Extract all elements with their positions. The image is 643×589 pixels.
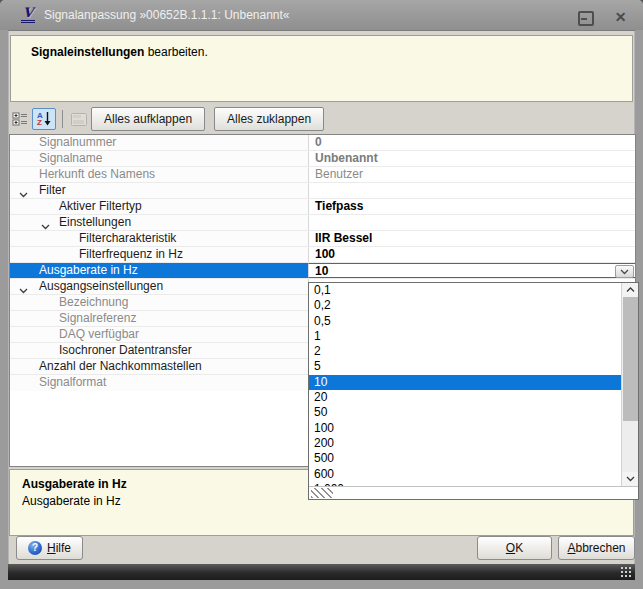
categorized-view-button[interactable] bbox=[10, 109, 30, 129]
property-value: Benutzer bbox=[308, 167, 635, 182]
help-icon: ? bbox=[28, 541, 42, 555]
property-label: Signalname bbox=[39, 151, 102, 166]
chevron-up-icon bbox=[626, 287, 635, 293]
app-logo-icon: V bbox=[20, 7, 36, 24]
expand-all-button[interactable]: Alles aufklappen bbox=[91, 107, 205, 131]
category-label: Filter bbox=[39, 183, 66, 198]
collapse-all-button[interactable]: Alles zuklappen bbox=[214, 107, 324, 131]
property-value bbox=[308, 183, 635, 198]
property-pages-icon bbox=[71, 113, 87, 126]
dropdown-item[interactable]: 20 bbox=[309, 390, 638, 405]
property-label: Ausgaberate in Hz bbox=[39, 263, 138, 278]
toolbar-separator bbox=[62, 110, 63, 128]
sort-alphabetical-button[interactable]: AZ bbox=[32, 108, 56, 130]
property-value bbox=[308, 215, 635, 230]
property-label: Signalreferenz bbox=[59, 311, 136, 326]
property-value: 100 bbox=[308, 247, 635, 262]
property-label: Filterfrequenz in Hz bbox=[79, 247, 183, 262]
titlebar[interactable]: V Signalanpassung »00652B.1.1.1: Unbenan… bbox=[0, 0, 643, 30]
dropdown-item[interactable]: 200 bbox=[309, 436, 638, 451]
dialog-client-area: Signaleinstellungen bearbeiten. AZ bbox=[8, 30, 635, 564]
row-filterfrequenz[interactable]: Filterfrequenz in Hz 100 bbox=[10, 247, 635, 263]
row-herkunft[interactable]: Herkunft des Namens Benutzer bbox=[10, 167, 635, 183]
property-toolbar: AZ Alles aufklappen Alles zuklappen bbox=[10, 107, 633, 131]
row-filter-group[interactable]: Filter bbox=[10, 183, 635, 199]
property-value: 0 bbox=[308, 135, 635, 150]
row-aktiver-filtertyp[interactable]: Aktiver Filtertyp Tiefpass bbox=[10, 199, 635, 215]
property-value: Tiefpass bbox=[308, 199, 635, 214]
property-label: Bezeichnung bbox=[59, 295, 128, 310]
dropdown-item[interactable]: 500 bbox=[309, 451, 638, 466]
close-button[interactable]: ✕ bbox=[612, 10, 629, 25]
category-label: Ausgangseinstellungen bbox=[39, 279, 163, 294]
category-label: Einstellungen bbox=[59, 215, 131, 230]
dropdown-item[interactable]: 0,2 bbox=[309, 298, 638, 313]
dropdown-item[interactable]: 0,1 bbox=[309, 283, 638, 298]
dropdown-items: 0,1 0,2 0,5 1 2 5 10 20 50 100 200 500 6… bbox=[309, 283, 638, 486]
row-filtercharakteristik[interactable]: Filtercharakteristik IIR Bessel bbox=[10, 231, 635, 247]
row-einstellungen-group[interactable]: Einstellungen bbox=[10, 215, 635, 231]
property-value: Unbenannt bbox=[308, 151, 635, 166]
dropdown-item[interactable]: 2 bbox=[309, 344, 638, 359]
dropdown-item[interactable]: 600 bbox=[309, 467, 638, 482]
row-signalname[interactable]: Signalname Unbenannt bbox=[10, 151, 635, 167]
chevron-down-icon bbox=[620, 269, 629, 275]
property-label: DAQ verfügbar bbox=[59, 327, 139, 342]
sort-az-icon: AZ bbox=[37, 112, 51, 126]
statusbar bbox=[8, 564, 635, 580]
scroll-up-button[interactable] bbox=[622, 283, 638, 297]
value-dropdown-button[interactable] bbox=[615, 265, 634, 278]
ok-button[interactable]: OK bbox=[477, 536, 552, 560]
property-label: Isochroner Datentransfer bbox=[59, 343, 192, 358]
dropdown-scrollbar[interactable] bbox=[621, 283, 638, 486]
expand-all-label: Alles aufklappen bbox=[104, 112, 192, 126]
dropdown-resize-strip bbox=[309, 486, 638, 499]
info-header-rest: bearbeiten. bbox=[144, 45, 207, 59]
dropdown-item-selected[interactable]: 10 bbox=[309, 375, 638, 390]
dropdown-item[interactable]: 5 bbox=[309, 359, 638, 374]
rate-dropdown-list: 0,1 0,2 0,5 1 2 5 10 20 50 100 200 500 6… bbox=[308, 282, 639, 500]
window-title: Signalanpassung »00652B.1.1.1: Unbenannt… bbox=[44, 8, 290, 22]
window-resize-grip-icon[interactable] bbox=[620, 566, 632, 578]
property-value: IIR Bessel bbox=[308, 231, 635, 246]
property-label: Aktiver Filtertyp bbox=[59, 199, 142, 214]
info-header-keyword: Signaleinstellungen bbox=[31, 45, 144, 59]
scroll-down-button[interactable] bbox=[622, 472, 638, 486]
property-label: Signalnummer bbox=[39, 135, 116, 150]
property-value: 10 bbox=[315, 264, 328, 278]
row-ausgaberate[interactable]: Ausgaberate in Hz 10 bbox=[10, 263, 635, 279]
property-label: Anzahl der Nachkommastellen bbox=[39, 359, 202, 374]
scrollbar-thumb[interactable] bbox=[623, 297, 638, 421]
close-icon: ✕ bbox=[615, 9, 627, 25]
dropdown-item[interactable]: 100 bbox=[309, 421, 638, 436]
property-pages-button bbox=[69, 109, 89, 129]
row-signalnummer[interactable]: Signalnummer 0 bbox=[10, 135, 635, 151]
collapse-all-label: Alles zuklappen bbox=[227, 112, 311, 126]
dialog-window: V Signalanpassung »00652B.1.1.1: Unbenan… bbox=[0, 0, 643, 589]
categorized-view-icon bbox=[12, 111, 29, 127]
maximize-button[interactable] bbox=[576, 10, 593, 25]
dropdown-item[interactable]: 0,5 bbox=[309, 314, 638, 329]
dropdown-item[interactable]: 50 bbox=[309, 405, 638, 420]
help-button[interactable]: ? Hilfe bbox=[16, 536, 83, 560]
chevron-down-icon bbox=[626, 476, 635, 482]
property-label: Signalformat bbox=[39, 375, 106, 390]
cancel-button[interactable]: Abbrechen bbox=[558, 536, 635, 560]
dropdown-item[interactable]: 1 bbox=[309, 329, 638, 344]
dropdown-resize-grip-icon[interactable] bbox=[311, 488, 333, 498]
property-label: Filtercharakteristik bbox=[79, 231, 176, 246]
property-value-editor[interactable]: 10 bbox=[308, 263, 635, 278]
property-label: Herkunft des Namens bbox=[39, 167, 155, 182]
info-header: Signaleinstellungen bearbeiten. bbox=[10, 35, 633, 102]
